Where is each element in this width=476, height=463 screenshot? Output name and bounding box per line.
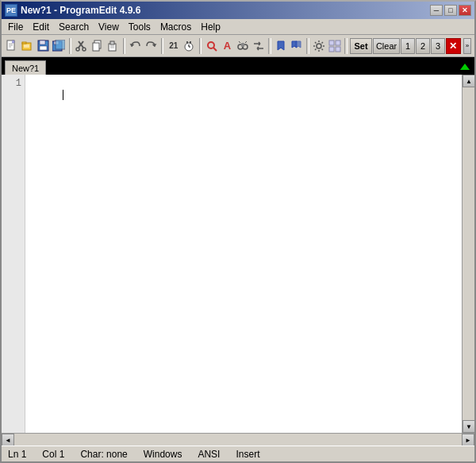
num3-button[interactable]: 3: [431, 38, 445, 54]
menu-edit[interactable]: Edit: [28, 20, 54, 34]
datetime-button[interactable]: [182, 37, 197, 55]
toolbar-expand-button[interactable]: »: [463, 38, 471, 54]
svg-marker-36: [278, 41, 284, 50]
status-bar: Ln 1 Col 1 Char: none Windows ANSI Inser…: [2, 446, 474, 461]
replace-button[interactable]: [251, 37, 267, 55]
line-number-1: 1: [3, 78, 21, 89]
redo-button[interactable]: [144, 37, 159, 55]
save-all-button[interactable]: [52, 37, 67, 55]
sep1: [69, 38, 72, 54]
undo-button[interactable]: [128, 37, 143, 55]
svg-rect-19: [93, 43, 99, 51]
cut-button[interactable]: [74, 37, 89, 55]
cursor-indicator: [63, 89, 63, 100]
set-button[interactable]: Set: [350, 38, 372, 54]
sep5: [268, 38, 271, 54]
sep3: [161, 38, 164, 54]
find-button[interactable]: [204, 37, 219, 55]
menu-tools[interactable]: Tools: [124, 20, 155, 34]
svg-rect-27: [186, 41, 188, 44]
tab-new1[interactable]: New?1: [5, 60, 46, 75]
status-os: Windows: [144, 449, 182, 460]
scroll-left-button[interactable]: ◄: [2, 434, 14, 446]
clear-button[interactable]: Clear: [373, 38, 400, 54]
svg-rect-40: [329, 41, 334, 45]
svg-point-29: [208, 42, 214, 48]
close-button[interactable]: ✕: [459, 5, 471, 16]
x-button[interactable]: ✕: [446, 38, 461, 54]
svg-rect-10: [40, 46, 47, 50]
status-col: Col 1: [42, 449, 64, 460]
title-bar: PE New?1 - ProgramEdit 4.9.6 ─ □ ✕: [2, 2, 474, 19]
app-icon: PE: [5, 4, 17, 17]
svg-rect-41: [336, 41, 340, 45]
svg-rect-43: [336, 47, 340, 52]
bottom-area: ◄ ► Ln 1 Col 1 Char: none Windows ANSI I…: [2, 433, 474, 461]
menu-search[interactable]: Search: [54, 20, 94, 34]
tab-bar: New?1: [2, 57, 474, 75]
svg-marker-44: [460, 64, 470, 70]
sep2: [123, 38, 126, 54]
svg-point-16: [76, 48, 79, 51]
grid-button[interactable]: [328, 37, 343, 55]
svg-point-39: [317, 44, 321, 48]
editor-content[interactable]: [25, 75, 462, 433]
scroll-up-button[interactable]: ▲: [463, 75, 474, 87]
status-encoding: ANSI: [198, 449, 220, 460]
open-button[interactable]: [21, 37, 36, 55]
svg-rect-42: [329, 47, 334, 52]
minimize-button[interactable]: ─: [430, 5, 443, 16]
line-numbers: 1: [2, 75, 25, 433]
svg-rect-9: [40, 41, 45, 44]
sep4: [199, 38, 202, 54]
restore-button[interactable]: □: [444, 5, 457, 16]
svg-line-35: [245, 41, 247, 43]
svg-marker-38: [296, 41, 301, 48]
settings-button[interactable]: [312, 37, 327, 55]
bookmark-toggle-button[interactable]: [274, 37, 289, 55]
num1-button[interactable]: 1: [401, 38, 415, 54]
copy-button[interactable]: [90, 37, 105, 55]
toolbar: 21 A: [2, 35, 474, 57]
color-text-button[interactable]: A: [220, 37, 235, 55]
num2-button[interactable]: 2: [416, 38, 430, 54]
status-char: Char: none: [80, 449, 127, 460]
svg-line-34: [239, 41, 240, 43]
binoculars-button[interactable]: [236, 37, 251, 55]
scroll-down-button[interactable]: ▼: [463, 420, 474, 433]
vertical-scrollbar[interactable]: ▲ ▼: [462, 75, 474, 433]
menu-view[interactable]: View: [94, 20, 124, 34]
svg-point-17: [83, 48, 86, 51]
status-ln: Ln 1: [8, 449, 26, 460]
save-button[interactable]: [36, 37, 51, 55]
svg-rect-21: [110, 41, 114, 44]
window-title: New?1 - ProgramEdit 4.9.6: [21, 5, 430, 16]
svg-line-30: [213, 48, 217, 51]
horizontal-scrollbar[interactable]: ◄ ►: [2, 433, 474, 446]
window-controls: ─ □ ✕: [430, 5, 471, 16]
tab-scroll-arrow: [459, 62, 474, 75]
editor-area: 1 ▲ ▼: [2, 75, 474, 433]
bookmark-list-button[interactable]: [290, 37, 305, 55]
paste-button[interactable]: [106, 37, 121, 55]
main-window: PE New?1 - ProgramEdit 4.9.6 ─ □ ✕ File …: [0, 0, 476, 463]
svg-rect-5: [22, 42, 26, 44]
menu-macros[interactable]: Macros: [155, 20, 196, 34]
svg-rect-28: [190, 41, 191, 44]
text-cursor: [63, 90, 63, 100]
scroll-track-v[interactable]: [463, 87, 474, 420]
svg-rect-13: [56, 40, 65, 49]
sep6: [306, 38, 309, 54]
menu-help[interactable]: Help: [196, 20, 225, 34]
menu-bar: File Edit Search View Tools Macros Help: [2, 19, 474, 35]
scroll-track-h[interactable]: [14, 434, 462, 446]
scroll-right-button[interactable]: ►: [462, 434, 474, 446]
line-num-button[interactable]: 21: [166, 37, 181, 55]
sep7: [344, 38, 347, 54]
status-mode: Insert: [236, 449, 259, 460]
menu-file[interactable]: File: [3, 20, 28, 34]
new-button[interactable]: [5, 37, 20, 55]
svg-rect-33: [241, 43, 244, 47]
